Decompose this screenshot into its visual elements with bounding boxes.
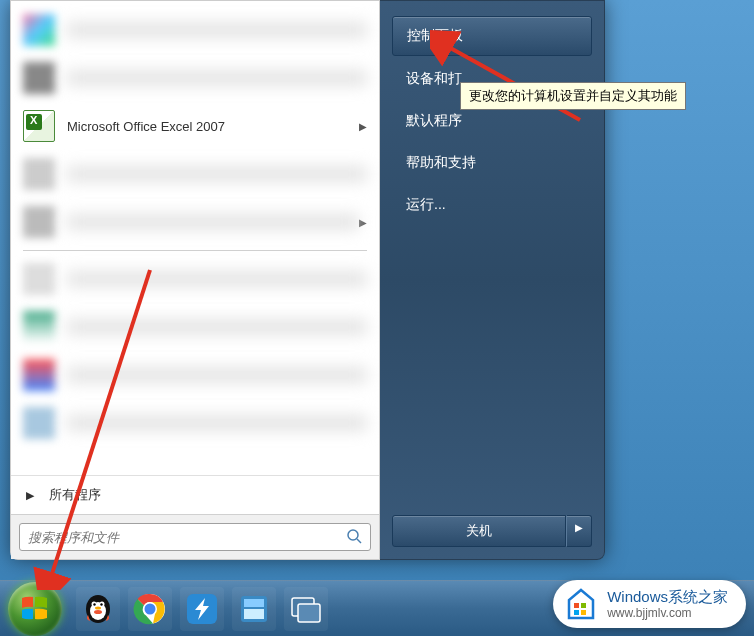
svg-point-13 (94, 610, 102, 614)
program-icon (23, 62, 55, 94)
svg-rect-26 (581, 610, 586, 615)
search-box[interactable] (19, 523, 371, 551)
svg-rect-20 (244, 609, 264, 619)
taskbar-thunder-icon[interactable] (180, 587, 224, 631)
program-icon (23, 14, 55, 46)
program-icon (23, 206, 55, 238)
taskbar-qq-icon[interactable] (76, 587, 120, 631)
svg-rect-22 (298, 604, 320, 622)
program-label-hidden (67, 167, 367, 181)
svg-point-10 (93, 603, 95, 605)
taskbar-app-icon[interactable] (284, 587, 328, 631)
program-icon (23, 359, 55, 391)
program-label-hidden (67, 320, 367, 334)
search-container (11, 514, 379, 559)
separator (23, 250, 367, 251)
program-item-blurred[interactable]: ▶ (13, 198, 377, 246)
all-programs-label: 所有程序 (49, 486, 101, 504)
program-icon (23, 311, 55, 343)
program-item-blurred[interactable] (13, 303, 377, 351)
program-label-hidden (67, 272, 367, 286)
watermark-title: Windows系统之家 (607, 588, 728, 606)
program-item-blurred[interactable] (13, 54, 377, 102)
program-label: Microsoft Office Excel 2007 (67, 119, 359, 134)
chevron-right-icon: ▶ (359, 217, 367, 228)
program-label-hidden (67, 215, 359, 229)
taskbar-app-icon[interactable] (232, 587, 276, 631)
program-label-hidden (67, 71, 367, 85)
svg-line-1 (357, 539, 361, 543)
chevron-right-icon: ▶ (359, 121, 367, 132)
right-item-help[interactable]: 帮助和支持 (392, 144, 592, 182)
program-label-hidden (67, 368, 367, 382)
program-label-hidden (67, 23, 367, 37)
svg-rect-19 (244, 599, 264, 607)
programs-list: Microsoft Office Excel 2007 ▶ ▶ (11, 1, 379, 475)
right-item-run[interactable]: 运行... (392, 186, 592, 224)
svg-point-16 (145, 603, 156, 614)
shutdown-button[interactable]: 关机 (392, 515, 566, 547)
program-label-hidden (67, 416, 367, 430)
chevron-right-icon: ▶ (26, 489, 34, 502)
svg-rect-23 (574, 603, 579, 608)
program-item-blurred[interactable] (13, 399, 377, 447)
program-item-blurred[interactable] (13, 351, 377, 399)
svg-rect-24 (581, 603, 586, 608)
excel-icon (23, 110, 55, 142)
program-item-blurred[interactable] (13, 255, 377, 303)
program-item-blurred[interactable] (13, 6, 377, 54)
program-item-excel[interactable]: Microsoft Office Excel 2007 ▶ (13, 102, 377, 150)
windows-logo-icon (20, 594, 50, 624)
program-icon (23, 158, 55, 190)
all-programs-button[interactable]: ▶ 所有程序 (11, 475, 379, 514)
program-item-blurred[interactable] (13, 150, 377, 198)
tooltip: 更改您的计算机设置并自定义其功能 (460, 82, 686, 110)
watermark: Windows系统之家 www.bjjmlv.com (553, 580, 746, 628)
search-input[interactable] (28, 530, 346, 545)
program-icon (23, 407, 55, 439)
start-button[interactable] (8, 582, 62, 636)
search-icon[interactable] (346, 528, 362, 547)
shutdown-options-button[interactable]: ▶ (566, 515, 592, 547)
watermark-logo-icon (563, 586, 599, 622)
watermark-url: www.bjjmlv.com (607, 606, 728, 620)
svg-point-0 (348, 530, 358, 540)
svg-rect-25 (574, 610, 579, 615)
program-icon (23, 263, 55, 295)
taskbar-chrome-icon[interactable] (128, 587, 172, 631)
svg-point-12 (95, 606, 101, 609)
right-item-control-panel[interactable]: 控制面板 (392, 16, 592, 56)
shutdown-area: 关机 ▶ (392, 515, 592, 547)
start-menu-left-panel: Microsoft Office Excel 2007 ▶ ▶ (10, 0, 380, 560)
svg-point-11 (100, 603, 102, 605)
